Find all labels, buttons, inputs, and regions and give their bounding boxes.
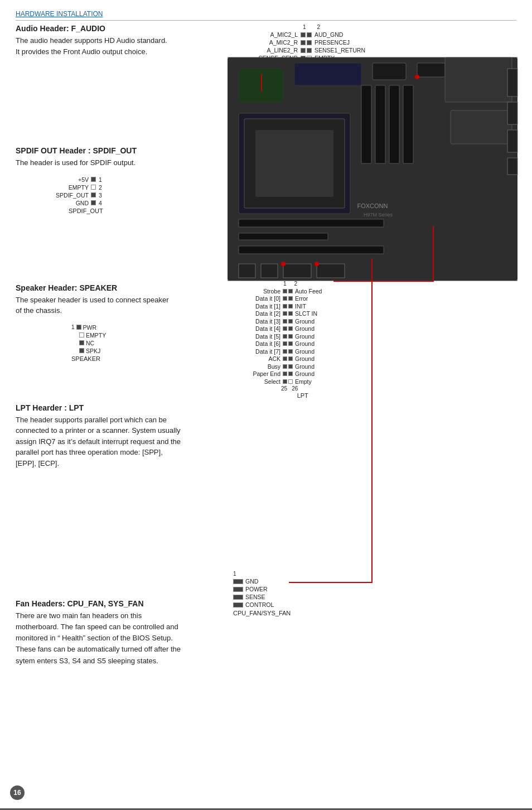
svg-rect-12 bbox=[389, 85, 399, 163]
lpt-row-data6: Data it [6] Ground bbox=[233, 340, 322, 347]
svg-rect-25 bbox=[239, 264, 255, 278]
fan-pin-rows: GND POWER SENSE CONTROL bbox=[233, 578, 291, 608]
svg-text:H97M Series: H97M Series bbox=[364, 212, 393, 218]
speaker-desc1: The speaker header is used to connect sp… bbox=[16, 295, 205, 306]
lpt-row-data3: Data it [3] Ground bbox=[233, 318, 322, 325]
spdif-pin-row-2: EMPTY 2 bbox=[49, 184, 205, 191]
lpt-rows: Strobe Auto Feed Data it [0] Error Data … bbox=[233, 288, 322, 385]
fan-pin-power: POWER bbox=[233, 586, 291, 592]
audio-section: Audio Header: F_AUDIO The audio header s… bbox=[16, 24, 205, 57]
svg-rect-6 bbox=[417, 63, 445, 77]
lpt-section: LPT Hearder : LPT The header supports pa… bbox=[16, 403, 205, 469]
spdif-pin-row-3: SPDIF_OUT 3 bbox=[49, 192, 205, 199]
speaker-desc2: of the chassis. bbox=[16, 305, 205, 316]
audio-desc2: It provides the Front Audio output choic… bbox=[16, 46, 205, 57]
spk-pin-nc: NC bbox=[79, 340, 205, 346]
speaker-title: Speaker Header: SPEAKER bbox=[16, 283, 205, 292]
lpt-row-busy: Busy Ground bbox=[233, 363, 322, 370]
svg-rect-23 bbox=[507, 130, 518, 152]
lpt-pin-numbers-top: 1 2 bbox=[283, 281, 322, 287]
right-column: 1 2 A_MIC2_L AUD_GND A_MIC2_R bbox=[205, 24, 516, 674]
lpt-row-paperend: Paper End Ground bbox=[233, 370, 322, 377]
audio-row-2: A_MIC2_R PRESENCEJ bbox=[250, 39, 365, 46]
svg-rect-10 bbox=[361, 85, 371, 163]
spdif-section: SPDIF OUT Header : SPDIF_OUT The header … bbox=[16, 146, 205, 214]
lpt-row-strobe: Strobe Auto Feed bbox=[233, 288, 322, 295]
lpt-desc: The header supports parallel port which … bbox=[16, 414, 183, 469]
svg-rect-5 bbox=[373, 63, 406, 80]
page-number: 16 bbox=[10, 785, 25, 800]
svg-rect-22 bbox=[507, 102, 518, 124]
spdif-desc: The header is used for SPDIF output. bbox=[16, 157, 205, 168]
lpt-row-data1: Data it [1] INIT bbox=[233, 303, 322, 310]
svg-rect-15 bbox=[239, 233, 328, 240]
lpt-row-ack: ACK Ground bbox=[233, 355, 322, 362]
audio-desc1: The audio header supports HD Audio stand… bbox=[16, 35, 205, 46]
lpt-pinout-diagram: 1 2 Strobe Auto Feed Data it [0] Error bbox=[233, 281, 322, 399]
svg-rect-14 bbox=[239, 219, 384, 227]
fan-section: Fan Headers: CPU_FAN, SYS_FAN There are … bbox=[16, 599, 205, 667]
svg-point-31 bbox=[281, 262, 286, 266]
fan-pin-control: CONTROL bbox=[233, 601, 291, 608]
spk-pin-spkj: SPKJ bbox=[79, 348, 205, 354]
audio-pin-numbers-top: 1 2 bbox=[303, 24, 365, 30]
fan-title: Fan Headers: CPU_FAN, SYS_FAN bbox=[16, 599, 205, 608]
lpt-row-data0: Data it [0] Error bbox=[233, 295, 322, 302]
spdif-title-label: SPDIF_OUT bbox=[69, 208, 205, 214]
lpt-row-data2: Data it [2] SLCT IN bbox=[233, 310, 322, 317]
spdif-pin-row-1: +5V 1 bbox=[49, 176, 205, 183]
svg-rect-28 bbox=[317, 264, 345, 278]
spk-pin-1: 1 PWR bbox=[71, 324, 205, 331]
svg-rect-4 bbox=[294, 63, 361, 85]
speaker-title-label: SPEAKER bbox=[71, 355, 205, 362]
svg-rect-9 bbox=[255, 130, 333, 197]
speaker-pin-rows: 1 PWR EMPTY NC bbox=[71, 324, 205, 354]
spdif-title: SPDIF OUT Header : SPDIF_OUT bbox=[16, 146, 205, 155]
page-container: HARDWARE INSTALLATION Audio Header: F_AU… bbox=[0, 0, 532, 810]
svg-rect-18 bbox=[451, 110, 512, 144]
motherboard-svg: FOXCONN H97M Series bbox=[205, 52, 532, 286]
fan-pinout-diagram: 1 GND POWER SENSE bbox=[233, 571, 291, 616]
lpt-row-data7: Data it [7] Ground bbox=[233, 348, 322, 355]
speaker-section: Speaker Header: SPEAKER The speaker head… bbox=[16, 283, 205, 362]
lpt-row-select: Select Empty bbox=[233, 378, 322, 385]
lpt-pin-numbers-bottom: 25 26 bbox=[281, 385, 322, 392]
breadcrumb: HARDWARE INSTALLATION bbox=[16, 10, 516, 21]
lpt-row-data5: Data it [5] Ground bbox=[233, 333, 322, 340]
svg-rect-21 bbox=[507, 69, 518, 97]
svg-point-29 bbox=[415, 75, 419, 79]
svg-point-30 bbox=[315, 262, 319, 266]
speaker-pinout: 1 PWR EMPTY NC bbox=[71, 324, 205, 362]
fan-pin-gnd: GND bbox=[233, 578, 291, 585]
left-column: Audio Header: F_AUDIO The audio header s… bbox=[16, 24, 205, 674]
lpt-row-data4: Data it [4] Ground bbox=[233, 325, 322, 332]
fan-pin-num-1: 1 bbox=[233, 571, 291, 577]
spk-pin-empty: EMPTY bbox=[79, 332, 205, 339]
svg-rect-13 bbox=[403, 85, 413, 163]
svg-rect-26 bbox=[261, 264, 278, 278]
svg-rect-17 bbox=[445, 57, 512, 102]
fan-desc: There are two main fan headers on this m… bbox=[16, 610, 183, 667]
audio-title: Audio Header: F_AUDIO bbox=[16, 24, 205, 33]
lpt-title: LPT Hearder : LPT bbox=[16, 403, 205, 412]
spdif-pin-rows: +5V 1 EMPTY 2 SPDIF_OUT 3 bbox=[49, 176, 205, 206]
motherboard-area: FOXCONN H97M Series bbox=[205, 52, 532, 286]
svg-rect-24 bbox=[507, 158, 518, 175]
fan-pin-sense: SENSE bbox=[233, 594, 291, 600]
spdif-pinout: +5V 1 EMPTY 2 SPDIF_OUT 3 bbox=[49, 176, 205, 214]
lpt-title-label: LPT bbox=[283, 392, 322, 399]
svg-rect-27 bbox=[283, 264, 311, 278]
fan-title-label: CPU_FAN/SYS_FAN bbox=[233, 610, 291, 616]
spdif-pin-row-4: GND 4 bbox=[49, 200, 205, 206]
audio-row-1: A_MIC2_L AUD_GND bbox=[250, 31, 365, 38]
svg-rect-16 bbox=[239, 246, 384, 254]
svg-rect-11 bbox=[375, 85, 385, 163]
svg-text:FOXCONN: FOXCONN bbox=[357, 202, 388, 209]
